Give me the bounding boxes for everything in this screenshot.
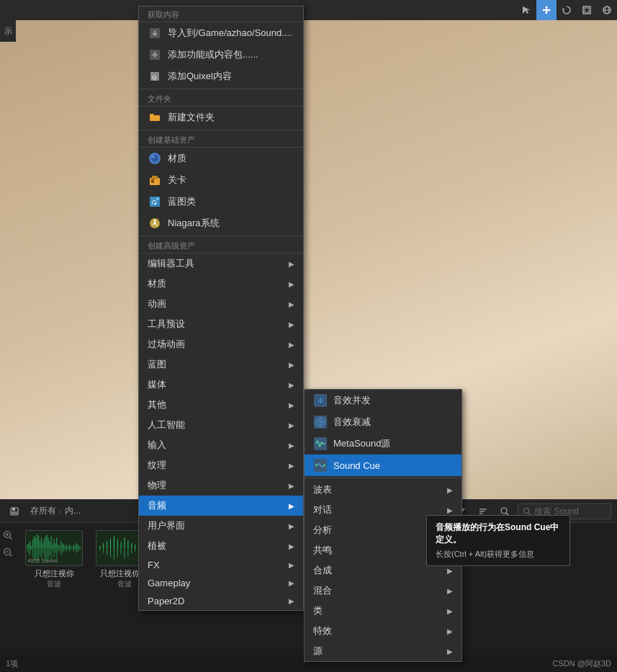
asset-name-1: 只想注视你 bbox=[35, 568, 74, 579]
svg-rect-14 bbox=[151, 179, 154, 183]
new-folder-label: 新建文件夹 bbox=[168, 111, 215, 124]
move-tool-button[interactable] bbox=[536, 0, 557, 20]
blueprint-basic-label: 蓝图类 bbox=[168, 195, 196, 208]
fullscreen-button[interactable] bbox=[577, 0, 597, 20]
material-adv-item[interactable]: 材质 ▶ bbox=[139, 274, 303, 294]
ai-item[interactable]: 人工智能 ▶ bbox=[139, 415, 303, 435]
arrow-12: ▶ bbox=[289, 502, 294, 510]
animation-item[interactable]: 动画 ▶ bbox=[139, 294, 303, 314]
blueprint-adv-label: 蓝图 bbox=[148, 358, 166, 371]
svg-text:4953 Sound: 4953 Sound bbox=[27, 557, 58, 564]
material-adv-label: 材质 bbox=[148, 277, 166, 290]
globe-button[interactable] bbox=[597, 0, 617, 20]
audio-label: 音频 bbox=[148, 499, 166, 512]
editor-tools-item[interactable]: 编辑器工具 ▶ bbox=[139, 254, 303, 274]
effects-arrow: ▶ bbox=[447, 627, 453, 635]
list-item[interactable]: 4953 Sound 只想注视你 音波 bbox=[22, 530, 86, 666]
arrow-9: ▶ bbox=[289, 442, 294, 449]
wave-table-arrow: ▶ bbox=[447, 486, 453, 494]
mix-item[interactable]: 混合 ▶ bbox=[305, 581, 461, 601]
svg-text:Q: Q bbox=[152, 74, 156, 81]
asset-type-1: 音波 bbox=[47, 579, 61, 589]
quixel-menu-item[interactable]: Q 添加Quixel内容 bbox=[139, 66, 303, 87]
texture-label: 纹理 bbox=[148, 459, 166, 472]
other-item[interactable]: 其他 ▶ bbox=[139, 395, 303, 415]
sound-attenuation-item[interactable]: 音效衰减 bbox=[305, 411, 461, 433]
arrow-6: ▶ bbox=[289, 381, 294, 389]
cursor-tool-button[interactable] bbox=[516, 0, 536, 20]
svg-point-16 bbox=[156, 197, 159, 200]
level-basic-item[interactable]: 关卡 bbox=[139, 169, 303, 191]
metasound-icon bbox=[313, 436, 328, 451]
svg-point-10 bbox=[151, 155, 158, 162]
zoom-out-icon[interactable] bbox=[1, 546, 14, 559]
paper2d-item[interactable]: Paper2D ▶ bbox=[139, 592, 303, 610]
toolbar-right-buttons bbox=[516, 0, 617, 20]
svg-point-24 bbox=[320, 421, 322, 424]
audio-item[interactable]: 音频 ▶ bbox=[139, 496, 303, 516]
paper2d-label: Paper2D bbox=[148, 596, 184, 606]
save-all-button[interactable] bbox=[6, 503, 23, 520]
cutscene-label: 过场动画 bbox=[148, 338, 185, 351]
breadcrumb-inner[interactable]: 内... bbox=[65, 505, 81, 517]
blueprint-basic-item[interactable]: 蓝图类 bbox=[139, 191, 303, 212]
wave-table-label: 波表 bbox=[313, 483, 332, 496]
niagara-basic-item[interactable]: Niagara系统 bbox=[139, 212, 303, 234]
blueprint-adv-item[interactable]: 蓝图 ▶ bbox=[139, 354, 303, 375]
class-item[interactable]: 类 ▶ bbox=[305, 601, 461, 621]
level-icon bbox=[148, 173, 162, 187]
tooltip-shortcut: 长按(Ctrl + Alt)获得更多信息 bbox=[436, 549, 561, 560]
media-item[interactable]: 媒体 ▶ bbox=[139, 375, 303, 395]
resonance-label: 共鸣 bbox=[313, 544, 332, 557]
sound-cue-item[interactable]: Sound Cue bbox=[305, 454, 461, 476]
physics-item[interactable]: 物理 ▶ bbox=[139, 475, 303, 496]
ui-item[interactable]: 用户界面 ▶ bbox=[139, 516, 303, 536]
main-context-menu: 获取内容 导入到/Game/azhao/Sound.... 添加功能或内容包..… bbox=[138, 6, 304, 611]
material-basic-label: 材质 bbox=[168, 152, 186, 165]
quixel-label: 添加Quixel内容 bbox=[168, 70, 232, 83]
fx-label: FX bbox=[148, 560, 160, 570]
asset-thumbnail-1: 4953 Sound bbox=[25, 530, 83, 566]
cutscene-item[interactable]: 过场动画 ▶ bbox=[139, 334, 303, 354]
svg-point-28 bbox=[323, 465, 325, 467]
new-folder-menu-item[interactable]: 新建文件夹 bbox=[139, 107, 303, 128]
import-label: 导入到/Game/azhao/Sound.... bbox=[168, 27, 292, 40]
quixel-icon: Q bbox=[148, 69, 162, 84]
texture-item[interactable]: 纹理 ▶ bbox=[139, 455, 303, 475]
branding: CSDN @阿赵3D bbox=[553, 658, 611, 669]
niagara-icon bbox=[148, 216, 162, 230]
mix-label: 混合 bbox=[313, 584, 332, 597]
effects-item[interactable]: 特效 ▶ bbox=[305, 621, 461, 641]
add-func-label: 添加功能或内容包...... bbox=[168, 48, 258, 61]
import-menu-item[interactable]: 导入到/Game/azhao/Sound.... bbox=[139, 22, 303, 44]
physics-label: 物理 bbox=[148, 479, 166, 492]
refresh-button[interactable] bbox=[557, 0, 577, 20]
svg-line-44 bbox=[10, 555, 12, 557]
wave-table-item[interactable]: 波表 ▶ bbox=[305, 480, 461, 500]
svg-rect-30 bbox=[12, 508, 15, 511]
foliage-item[interactable]: 植被 ▶ bbox=[139, 536, 303, 556]
sound-cue-label: Sound Cue bbox=[333, 460, 380, 471]
sound-concurrency-item[interactable]: 音效并发 bbox=[305, 390, 461, 411]
tool-preset-item[interactable]: 工具预设 ▶ bbox=[139, 314, 303, 334]
arrow-8: ▶ bbox=[289, 421, 294, 429]
left-panel-toggle[interactable]: 示 bbox=[0, 20, 16, 42]
add-func-menu-item[interactable]: 添加功能或内容包...... bbox=[139, 44, 303, 66]
svg-rect-31 bbox=[12, 511, 17, 514]
effects-label: 特效 bbox=[313, 624, 332, 637]
svg-point-35 bbox=[501, 508, 507, 514]
sound-cue-icon bbox=[313, 458, 328, 472]
fx-item[interactable]: FX ▶ bbox=[139, 556, 303, 574]
input-item[interactable]: 输入 ▶ bbox=[139, 435, 303, 455]
material-basic-item[interactable]: 材质 bbox=[139, 148, 303, 169]
source-item[interactable]: 源 ▶ bbox=[305, 641, 461, 661]
breadcrumb-save[interactable]: 存所有 bbox=[30, 505, 56, 517]
audio-divider bbox=[305, 478, 461, 478]
gameplay-item[interactable]: Gameplay ▶ bbox=[139, 574, 303, 592]
ui-label: 用户界面 bbox=[148, 519, 185, 532]
svg-point-18 bbox=[154, 220, 156, 222]
metasound-item[interactable]: MetaSound源 bbox=[305, 433, 461, 454]
arrow-13: ▶ bbox=[289, 522, 294, 530]
zoom-in-icon[interactable] bbox=[1, 529, 14, 542]
blueprint-icon bbox=[148, 194, 162, 209]
